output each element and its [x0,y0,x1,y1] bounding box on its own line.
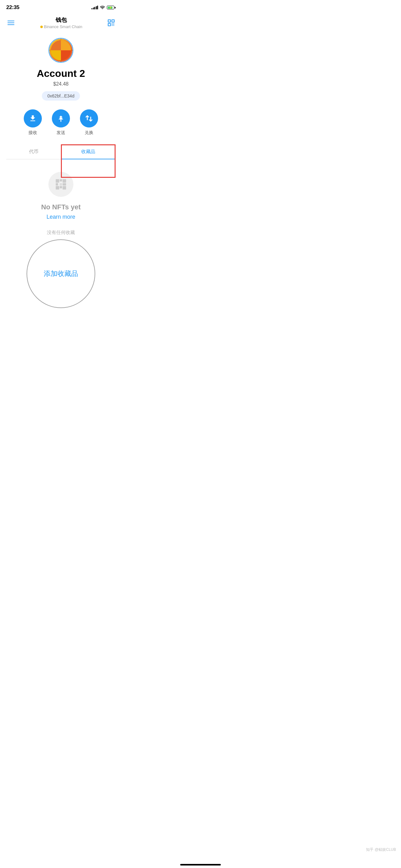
no-nft-title: No NFTs yet [41,203,81,211]
svg-rect-22 [60,183,62,185]
send-button[interactable] [52,110,70,127]
send-label: 发送 [57,130,65,135]
swap-group: 兑换 [80,110,98,135]
nft-empty-icon [48,172,73,197]
no-collectibles-partial: 没有任何收藏 [47,230,75,236]
tab-collectibles[interactable]: 收藏品 [61,144,115,159]
svg-rect-1 [112,20,114,22]
add-collectibles-button[interactable]: 添加收藏品 [27,239,95,308]
nft-grid-icon [54,178,68,191]
header-subtitle: Binance Smart Chain [40,24,82,29]
status-time: 22:35 [6,4,20,11]
nft-content: No NFTs yet Learn more 没有任何收藏 添加收藏品 [0,159,122,327]
receive-group: 接收 [24,110,42,135]
header-center: 钱包 Binance Smart Chain [40,16,82,29]
swap-icon [85,114,93,122]
status-icons: ⚡ [92,5,115,10]
receive-button[interactable] [24,110,42,127]
avatar[interactable] [48,38,73,63]
learn-more-link[interactable]: Learn more [46,214,75,220]
wifi-icon [100,5,105,10]
battery-icon: ⚡ [107,6,115,9]
chain-dot [40,26,43,28]
download-icon [29,114,37,122]
svg-rect-2 [108,24,110,26]
send-icon [57,114,65,122]
svg-rect-18 [56,186,59,190]
account-balance: $24.48 [54,81,69,87]
address-pill[interactable]: 0x62bf...E34d [42,91,80,101]
receive-label: 接收 [28,130,37,135]
svg-rect-17 [56,183,58,185]
menu-button[interactable] [6,19,15,26]
qr-button[interactable] [107,19,115,27]
add-collectibles-label: 添加收藏品 [44,269,78,278]
swap-button[interactable] [80,110,98,127]
svg-rect-21 [63,186,66,190]
svg-rect-0 [108,20,110,22]
svg-rect-19 [60,186,62,188]
account-section: Account 2 $24.48 0x62bf...E34d 接收 发送 [0,33,122,159]
header-title: 钱包 [40,16,82,24]
signal-icon [92,6,98,9]
svg-rect-20 [63,183,66,185]
tabs-container: 代币 收藏品 [6,144,115,159]
svg-rect-14 [56,179,59,183]
send-group: 发送 [52,110,70,135]
account-name: Account 2 [37,68,85,80]
svg-rect-15 [60,179,62,182]
svg-rect-16 [63,179,66,183]
swap-label: 兑换 [85,130,93,135]
status-bar: 22:35 ⚡ [0,0,122,14]
header: 钱包 Binance Smart Chain [0,14,122,33]
tab-tokens[interactable]: 代币 [6,144,61,159]
action-buttons: 接收 发送 兑换 [6,110,115,135]
